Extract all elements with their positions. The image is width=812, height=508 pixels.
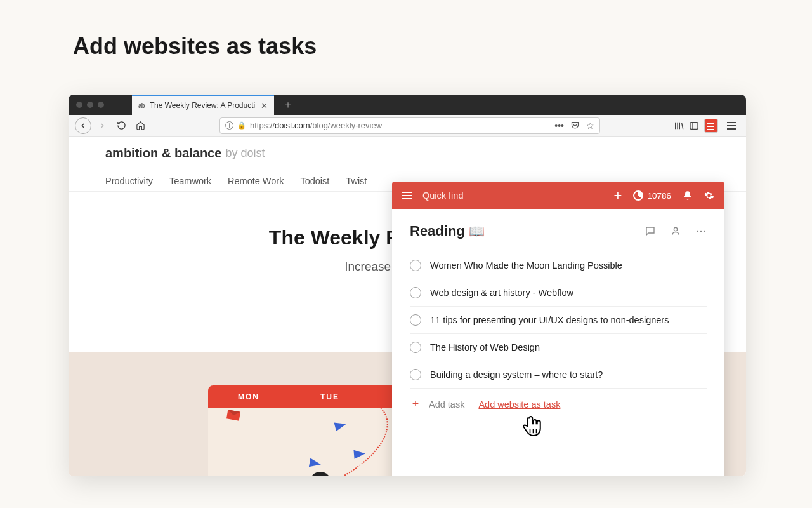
pocket-icon[interactable] [570, 121, 580, 130]
tab-title: The Weekly Review: A Producti [150, 101, 256, 110]
address-bar[interactable]: i 🔒 https://doist.com/blog/weekly-review… [156, 117, 664, 134]
nav-productivity[interactable]: Productivity [105, 176, 153, 186]
page-heading: Add websites as tasks [73, 33, 317, 60]
task-checkbox[interactable] [410, 314, 421, 326]
nav-todoist[interactable]: Todoist [300, 176, 329, 186]
task-checkbox[interactable] [410, 369, 421, 380]
task-row[interactable]: Building a design system – where to star… [410, 361, 707, 389]
nav-teamwork[interactable]: Teamwork [169, 176, 211, 186]
svg-rect-0 [690, 122, 698, 129]
page-actions-icon[interactable]: ••• [554, 121, 564, 131]
task-row[interactable]: Web design & art history - Webflow [410, 279, 707, 307]
settings-icon[interactable] [704, 190, 714, 201]
site-byline: by doist [225, 147, 265, 160]
menu-icon[interactable] [402, 192, 412, 199]
karma-count: 10786 [647, 191, 671, 201]
add-task-button[interactable]: Add task [429, 399, 464, 410]
browser-window: ab The Weekly Review: A Producti ✕ ＋ i 🔒… [69, 95, 746, 476]
karma-pie-icon [633, 190, 643, 201]
task-title: Building a design system – where to star… [430, 370, 603, 380]
favicon-icon: ab [138, 102, 145, 109]
home-button[interactable] [132, 117, 148, 134]
window-controls[interactable] [76, 102, 104, 108]
svg-point-4 [704, 231, 705, 232]
minimize-dot[interactable] [87, 102, 93, 108]
task-checkbox[interactable] [410, 260, 421, 271]
back-button[interactable] [75, 117, 91, 134]
nav-remote-work[interactable]: Remote Work [228, 176, 284, 186]
menu-button[interactable] [723, 117, 740, 134]
site-brand[interactable]: ambition & balance [105, 146, 221, 161]
browser-tabbar: ab The Weekly Review: A Producti ✕ ＋ [69, 95, 746, 115]
task-title: 11 tips for presenting your UI/UX design… [430, 315, 669, 325]
url-text: https://doist.com/blog/weekly-review [250, 121, 382, 130]
task-row[interactable]: The History of Web Design [410, 334, 707, 361]
browser-tab[interactable]: ab The Weekly Review: A Producti ✕ [132, 95, 274, 115]
task-checkbox[interactable] [410, 287, 421, 298]
svg-point-3 [700, 231, 702, 232]
add-website-as-task-link[interactable]: Add website as task [478, 399, 560, 410]
svg-point-1 [674, 227, 677, 231]
project-title: Reading [410, 223, 465, 239]
share-icon[interactable] [670, 225, 681, 237]
cal-day-tue: TUE [289, 385, 370, 408]
svg-point-2 [697, 231, 698, 232]
close-dot[interactable] [76, 102, 82, 108]
quick-find[interactable]: Quick find [422, 190, 604, 201]
lock-icon: 🔒 [237, 121, 246, 130]
project-emoji: 📖 [469, 224, 485, 239]
task-row[interactable]: Women Who Made the Moon Landing Possible [410, 252, 707, 279]
todoist-extension-panel: Quick find + 10786 Reading 📖 [392, 182, 724, 476]
more-icon[interactable] [695, 225, 707, 237]
task-title: The History of Web Design [430, 342, 540, 352]
page-content: ambition & balance by doist Productivity… [69, 137, 746, 476]
todoist-header: Quick find + 10786 [392, 182, 724, 209]
task-checkbox[interactable] [410, 342, 421, 353]
forward-button[interactable] [94, 117, 110, 134]
karma-counter[interactable]: 10786 [633, 190, 671, 201]
sidebar-icon[interactable] [689, 121, 699, 131]
task-list: Women Who Made the Moon Landing Possible… [410, 252, 707, 389]
add-plus-icon[interactable]: + [410, 398, 421, 411]
bookmark-star-icon[interactable]: ☆ [586, 121, 594, 131]
reload-button[interactable] [113, 117, 129, 134]
browser-toolbar: i 🔒 https://doist.com/blog/weekly-review… [69, 115, 746, 137]
new-tab-button[interactable]: ＋ [283, 98, 293, 112]
comments-icon[interactable] [645, 225, 656, 237]
library-icon[interactable] [674, 121, 684, 131]
task-title: Women Who Made the Moon Landing Possible [430, 260, 622, 271]
maximize-dot[interactable] [98, 102, 104, 108]
site-header: ambition & balance by doist [69, 137, 746, 170]
todoist-extension-icon[interactable] [704, 119, 718, 133]
pointer-cursor-icon [519, 413, 544, 439]
nav-twist[interactable]: Twist [346, 176, 367, 186]
close-tab-icon[interactable]: ✕ [261, 101, 268, 110]
cal-day-mon: MON [208, 385, 289, 408]
info-icon[interactable]: i [225, 121, 233, 130]
task-title: Web design & art history - Webflow [430, 288, 573, 298]
task-row[interactable]: 11 tips for presenting your UI/UX design… [410, 307, 707, 334]
notifications-icon[interactable] [683, 190, 693, 201]
